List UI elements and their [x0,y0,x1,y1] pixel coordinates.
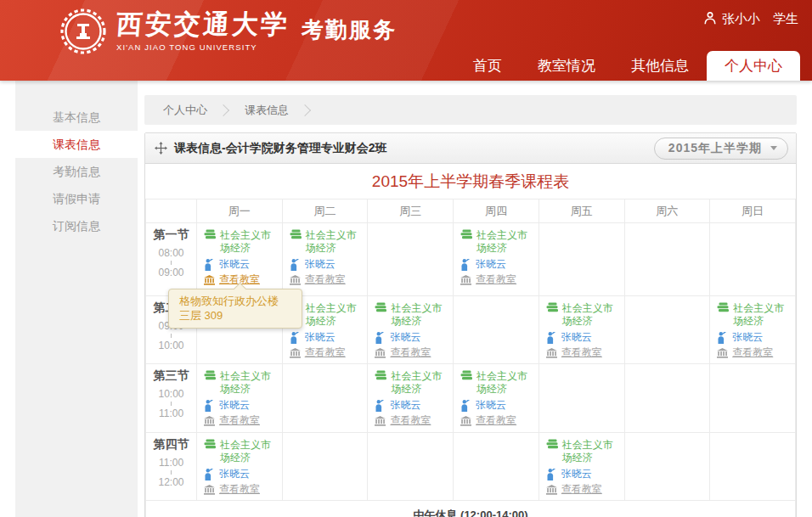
teacher-entry: 张晓云 [204,468,280,480]
day-header: 周一 [197,199,283,223]
view-classroom-link[interactable]: 查看教室 [290,273,366,286]
course-icon [204,229,217,255]
course-entry: 社会主义市场经济 [375,370,451,396]
sidebar-item[interactable]: 订阅信息 [15,212,138,239]
schedule-cell [624,296,710,364]
view-classroom-link[interactable]: 查看教室 [460,414,537,427]
nav-item[interactable]: 首页 [455,51,520,81]
course-icon [290,229,302,255]
sidebar-item[interactable]: 基本信息 [15,104,138,131]
lunch-break-row: 中午休息 (12:00-14:00) [146,501,796,517]
course-name: 社会主义市场经济 [733,302,793,328]
view-classroom-link[interactable]: 查看教室 [717,346,793,359]
time-start: 11:00 [146,457,196,469]
breadcrumb-item[interactable]: 课表信息 [241,103,292,118]
teacher-entry: 张晓云 [546,468,623,480]
period-label-cell: 第三节10:0011:00 [146,364,197,433]
course-icon [204,370,217,396]
view-classroom-label: 查看教室 [219,483,260,496]
tooltip-building: 格物致知行政办公楼 [179,294,293,308]
user-name: 张小小 [722,11,760,27]
schedule-cell: 社会主义市场经济张晓云查看教室 [539,296,624,364]
teacher-entry: 张晓云 [460,399,537,412]
view-classroom-link[interactable]: 查看教室 [204,414,280,427]
sidebar: 基本信息课表信息考勤信息请假申请订阅信息 [15,81,138,517]
classroom-icon [204,416,215,426]
classroom-icon [546,348,557,358]
teacher-entry: 张晓云 [290,258,366,271]
period-label-cell: 第一节08:0009:00 [146,223,197,296]
course-name: 社会主义市场经济 [562,302,623,328]
schedule-cell [454,296,539,364]
teacher-entry: 张晓云 [546,331,623,344]
teacher-icon [546,469,556,480]
move-icon[interactable] [155,142,167,155]
course-name: 社会主义市场经济 [476,370,537,396]
schedule-title: 2015年上半学期春季课程表 [145,164,796,199]
teacher-name: 张晓云 [305,331,336,344]
course-icon [717,302,730,328]
nav-item[interactable]: 其他信息 [613,51,707,81]
main-nav: 首页教室情况其他信息个人中心 [455,51,800,81]
schedule-cell: 社会主义市场经济张晓云查看教室 [197,364,283,433]
schedule-cell: 社会主义市场经济张晓云查看教室 [368,364,454,433]
view-classroom-label: 查看教室 [561,483,602,496]
view-classroom-link[interactable]: 查看教室 [375,346,451,359]
classroom-icon [546,485,557,495]
teacher-name: 张晓云 [476,399,506,412]
teacher-name: 张晓云 [390,331,420,344]
view-classroom-link[interactable]: 查看教室 [290,346,366,359]
schedule-cell [282,433,368,501]
teacher-entry: 张晓云 [375,399,451,412]
schedule-cell: 社会主义市场经济张晓云查看教室 [710,296,796,364]
course-name: 社会主义市场经济 [391,370,451,396]
teacher-icon [290,259,300,271]
schedule-cell [624,433,710,501]
teacher-icon [375,332,385,344]
view-classroom-label: 查看教室 [305,273,346,286]
schedule-cell [454,433,539,501]
period-name: 第三节 [146,369,196,382]
nav-item[interactable]: 教室情况 [520,51,613,81]
course-icon [375,302,387,328]
period-row: 第三节10:0011:00社会主义市场经济张晓云查看教室社会主义市场经济张晓云查… [146,364,796,433]
breadcrumb-item[interactable]: 个人中心 [160,103,211,118]
classroom-icon [717,348,728,358]
time-dash [171,261,172,265]
classroom-icon [290,348,301,358]
view-classroom-link[interactable]: 查看教室 [546,346,623,359]
classroom-icon [375,416,386,426]
view-classroom-link[interactable]: 查看教室 [460,273,537,286]
period-label-cell: 第四节11:0012:00 [146,433,197,501]
nav-item-active[interactable]: 个人中心 [707,51,800,81]
sidebar-item[interactable]: 考勤信息 [15,158,138,185]
user-menu[interactable]: 张小小 学生 [704,11,798,27]
semester-dropdown[interactable]: 2015年上半学期 [654,138,788,160]
classroom-icon [375,348,386,358]
teacher-icon [204,400,214,412]
teacher-name: 张晓云 [219,468,250,480]
time-end: 10:00 [146,340,196,351]
course-icon [375,370,387,396]
period-name: 第一节 [146,228,196,241]
view-classroom-link[interactable]: 查看教室 [375,414,451,427]
view-classroom-label: 查看教室 [561,346,602,359]
course-icon [546,302,559,328]
sidebar-item-active[interactable]: 课表信息 [15,131,138,158]
view-classroom-label: 查看教室 [305,346,346,359]
view-classroom-link[interactable]: 查看教室 [204,483,280,496]
course-icon [546,439,559,464]
schedule-cell: 社会主义市场经济张晓云查看教室 [368,296,454,364]
view-classroom-label: 查看教室 [219,414,260,427]
university-name: 西安交通大学 XI'AN JIAO TONG UNIVERSITY [116,8,290,52]
schedule-cell [710,364,796,433]
day-header: 周日 [710,199,796,223]
university-name-en: XI'AN JIAO TONG UNIVERSITY [116,42,290,52]
view-classroom-link[interactable]: 查看教室 [546,483,623,496]
sidebar-item[interactable]: 请假申请 [15,185,138,212]
course-name: 社会主义市场经济 [220,229,280,255]
time-dash [171,402,172,406]
schedule-cell [368,223,454,296]
teacher-name: 张晓云 [561,331,592,344]
course-entry: 社会主义市场经济 [460,229,537,255]
